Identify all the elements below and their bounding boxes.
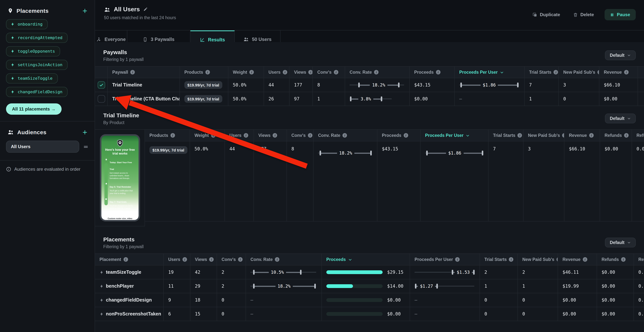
add-audience-button[interactable] xyxy=(82,129,88,135)
info-icon[interactable] xyxy=(182,257,187,262)
bolt-icon xyxy=(10,76,15,80)
section-title: Trial Timeline xyxy=(103,112,139,118)
audiences-title: Audiences xyxy=(17,129,78,135)
bolt-icon xyxy=(10,36,15,40)
chevron-down-icon xyxy=(627,117,631,120)
audience-pill-all-users[interactable]: All Users xyxy=(6,141,79,153)
conv-rate-slider[interactable]: 18.2% xyxy=(250,282,318,290)
pause-icon xyxy=(610,13,614,17)
info-icon[interactable] xyxy=(455,257,460,262)
sorted-column-header[interactable]: Proceeds xyxy=(322,254,410,265)
paywalls-table: Paywall Products Weight Users Views Conv… xyxy=(95,66,644,106)
info-icon[interactable] xyxy=(273,133,277,138)
all-placements-button[interactable]: All 11 placements → xyxy=(6,103,62,115)
proceeds-per-user-slider[interactable]: $1.86 xyxy=(459,81,520,89)
info-icon[interactable] xyxy=(583,257,587,262)
info-icon[interactable] xyxy=(130,70,135,74)
placements-default-dropdown[interactable]: Default xyxy=(605,238,636,247)
info-outline-icon xyxy=(6,167,11,172)
placement-pill-toggleopponents[interactable]: toggleOpponents xyxy=(6,46,60,56)
info-icon[interactable] xyxy=(308,133,312,138)
placements-section: Placements Filtering by 1 paywall Defaul… xyxy=(95,226,644,321)
info-icon[interactable] xyxy=(374,70,378,74)
paywall-preview-cell: Here's how your free trial works Today: … xyxy=(95,130,145,226)
sorted-column-header[interactable]: Proceeds Per User xyxy=(420,130,488,141)
proceeds-bar: $14.00 xyxy=(326,283,406,289)
info-icon[interactable] xyxy=(211,133,216,138)
timeline-step: Today: Start Your Free Trial Get instant… xyxy=(104,158,136,180)
info-icon[interactable] xyxy=(509,257,514,262)
info-icon[interactable] xyxy=(562,133,564,138)
pause-button[interactable]: Pause xyxy=(604,9,636,20)
checkbox-checked[interactable] xyxy=(98,81,105,89)
info-icon[interactable] xyxy=(308,70,313,74)
placement-pill-changedfielddesign[interactable]: changedFieldDesign xyxy=(6,87,68,97)
duplicate-button[interactable]: Duplicate xyxy=(530,12,562,18)
product-badge: $19.99/yr, 7d trial xyxy=(184,95,222,103)
sorted-column-header[interactable]: Proceeds Per User xyxy=(455,67,524,78)
conv-rate-slider[interactable]: 18.2% xyxy=(318,149,373,157)
proceeds-per-user-slider[interactable]: $1.27 xyxy=(414,282,476,290)
placements-title: Placements xyxy=(16,8,78,14)
info-icon[interactable] xyxy=(436,70,440,74)
info-icon[interactable] xyxy=(206,70,210,74)
info-icon[interactable] xyxy=(518,133,522,138)
info-icon[interactable] xyxy=(621,257,626,262)
edit-pencil-icon[interactable] xyxy=(143,7,148,12)
delete-button[interactable]: Delete xyxy=(570,12,596,18)
placement-pill-teamsizetoggle[interactable]: teamSizeToggle xyxy=(6,73,58,83)
conv-rate-slider[interactable]: 3.8% xyxy=(350,95,406,103)
info-icon[interactable] xyxy=(209,257,214,262)
info-icon[interactable] xyxy=(624,133,628,138)
info-icon[interactable] xyxy=(244,133,248,138)
placements-table: Placement Users Views Conv's Conv. Rate … xyxy=(95,253,644,321)
paywall-row-cta-button-change: Trial Timeline (CTA Button Change) $19.9… xyxy=(95,92,644,106)
info-icon[interactable] xyxy=(554,70,558,74)
conv-rate-slider[interactable]: 10.5% xyxy=(250,268,318,276)
sidebar: Placements onboarding recordingAttempted… xyxy=(0,0,95,332)
placement-list: onboarding recordingAttempted toggleOppo… xyxy=(0,19,95,97)
info-icon[interactable] xyxy=(342,133,347,138)
info-icon[interactable] xyxy=(404,133,408,138)
proceeds-per-user-slider[interactable]: $1.53 xyxy=(414,268,476,276)
checkbox-unchecked[interactable] xyxy=(98,95,105,103)
placement-row-changedfielddesign: changedFieldDesign 9 18 0 – $0.00 – 0 0 … xyxy=(95,293,644,307)
chart-icon xyxy=(200,37,205,42)
placements-header: Placements xyxy=(0,0,95,19)
chevron-down-icon xyxy=(627,241,631,244)
paywalls-default-dropdown[interactable]: Default xyxy=(605,50,636,60)
info-icon[interactable] xyxy=(238,257,242,262)
info-icon[interactable] xyxy=(170,133,175,138)
main-panel: All Users 50 users matched in the last 2… xyxy=(95,0,644,332)
info-icon[interactable] xyxy=(334,70,338,74)
soccer-shield-logo xyxy=(116,139,124,147)
info-icon[interactable] xyxy=(624,70,628,74)
split-arrow-icon xyxy=(96,37,102,42)
bolt-icon xyxy=(10,49,15,53)
proceeds-per-user-slider[interactable]: $1.86 xyxy=(425,149,484,157)
placement-pill-settingsjoinaction[interactable]: settingsJoinAction xyxy=(6,60,68,70)
info-icon[interactable] xyxy=(275,257,280,262)
trial-timeline-default-dropdown[interactable]: Default xyxy=(605,114,636,123)
placement-pill-onboarding[interactable]: onboarding xyxy=(6,19,48,29)
info-icon[interactable] xyxy=(249,70,254,74)
matched-users-subtitle: 50 users matched in the last 24 hours xyxy=(104,16,176,20)
info-icon[interactable] xyxy=(123,257,128,262)
section-subtitle: Filtering by 1 paywall xyxy=(103,244,144,249)
app-root: Placements onboarding recordingAttempted… xyxy=(0,0,644,332)
info-icon[interactable] xyxy=(598,70,599,74)
placement-pill-recordingattempted[interactable]: recordingAttempted xyxy=(6,33,68,43)
add-placement-button[interactable] xyxy=(82,8,88,14)
drag-handle-icon[interactable] xyxy=(83,144,88,149)
trial-timeline-product-row: $19.99/yr, 7d trial 50.0% 44 177 8 18.2%… xyxy=(145,141,644,222)
info-icon[interactable] xyxy=(589,133,594,138)
product-badge: $19.99/yr, 7d trial xyxy=(150,146,187,154)
section-title: Paywalls xyxy=(103,49,144,55)
section-title: Placements xyxy=(103,236,144,243)
paywall-preview-thumbnail[interactable]: Here's how your free trial works Today: … xyxy=(100,134,140,222)
info-icon[interactable] xyxy=(283,70,287,74)
info-icon[interactable] xyxy=(556,257,558,262)
conv-rate-slider[interactable]: 18.2% xyxy=(350,81,406,89)
duplicate-icon xyxy=(532,12,537,17)
topbar: All Users 50 users matched in the last 2… xyxy=(95,0,644,30)
